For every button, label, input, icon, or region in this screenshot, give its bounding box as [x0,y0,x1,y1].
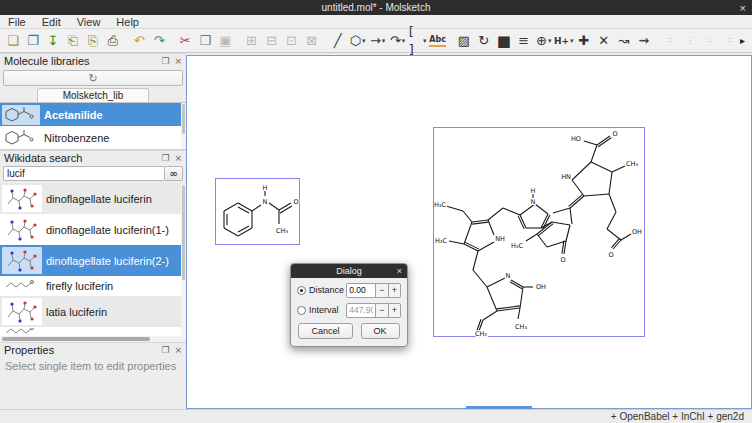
cancel-button[interactable]: Cancel [298,323,352,339]
wikidata-search-input[interactable] [3,166,165,181]
wikidata-result-label: dinoflagellate luciferin(2-) [46,255,169,267]
library-item[interactable]: Acetanilide [0,103,186,126]
interval-minus-button[interactable]: − [375,304,387,317]
line-width-icon[interactable]: ≡ [515,31,533,51]
dialog-close-icon[interactable]: × [397,266,402,276]
window-close-icon[interactable]: × [740,0,746,15]
wikidata-result-item[interactable]: firefly luciferin [0,276,186,296]
molecule-thumbnail [2,278,42,294]
svg-text:H₃C: H₃C [435,237,447,245]
menu-edit[interactable]: Edit [34,16,69,28]
arrow-tool-icon[interactable]: →▾ [369,31,387,51]
redo-icon[interactable]: ↷ [150,31,168,51]
drawing-canvas[interactable]: HNOCH₃HOOCH₃HNHNOHOH₃CNHH₃CH₃CONOHCH₃CH₂ [186,55,752,409]
ring-tool-icon[interactable]: ⬡▾ [349,31,367,51]
molecule-thumbnail [2,216,42,243]
float-panel-icon[interactable]: ❐ [161,345,169,355]
library-refresh-button[interactable]: ↻ [3,70,183,86]
toolbar-separator [235,33,241,49]
hatch-tool-icon[interactable]: ▨ [455,31,473,51]
svg-text:O: O [608,251,613,259]
interval-radio[interactable] [297,306,306,315]
svg-text:CH₂: CH₂ [475,330,487,338]
close-panel-icon[interactable]: × [174,56,182,66]
close-panel-icon[interactable]: × [174,345,182,355]
tab-molsketch-lib[interactable]: Molsketch_lib [37,88,149,102]
wikidata-result-label: dinoflagellate luciferin(1-) [46,224,169,236]
dropdown-caret-icon[interactable]: ▾ [382,37,386,45]
svg-text:HN: HN [561,173,571,181]
delete-tool-icon[interactable]: ✕ [595,31,613,51]
acetanilide-structure[interactable]: HNOCH₃ [215,178,300,245]
dropdown-caret-icon[interactable]: ▾ [362,37,366,45]
hydrogen-tool-icon[interactable]: H+▾ [555,31,573,51]
svg-text:CH₃: CH₃ [626,160,638,168]
export-document-icon[interactable]: ⎘ [84,31,102,51]
wikidata-result-item[interactable]: dinoflagellate luciferin(2-) [0,245,186,276]
color-swatch-icon[interactable]: ■ [495,31,513,51]
float-panel-icon[interactable]: ❐ [161,56,169,66]
dropdown-caret-icon[interactable]: ▾ [423,37,427,45]
properties-panel-header: Properties ❐ × [0,342,186,356]
wikidata-hscrollbar[interactable] [0,336,186,342]
text-tool-icon[interactable]: Abc [429,31,447,51]
distance-plus-button[interactable]: + [388,284,400,297]
binoculars-icon: ∞ [169,168,177,179]
wikidata-result-item[interactable]: dinoflagellate luciferin(1-) [0,214,186,245]
copy-icon[interactable]: ❒ [196,31,214,51]
close-panel-icon[interactable]: × [174,153,182,163]
save-file-icon[interactable]: ↧ [44,31,62,51]
library-item[interactable]: Nitrobenzene [0,126,186,149]
curved-arrow-tool-icon[interactable]: ↷▾ [389,31,407,51]
svg-text:CH₃: CH₃ [515,323,527,331]
paste-icon: ▣ [216,31,234,51]
mechanism-arrow-2-icon[interactable]: ⇝ [635,31,653,51]
mechanism-arrow-1-icon[interactable]: ↝ [615,31,633,51]
draw-tool-icon[interactable]: ╱ [329,31,347,51]
menu-file[interactable]: File [0,16,34,28]
interval-spinbox: − + [346,303,401,318]
add-tool-icon[interactable]: ✚ [575,31,593,51]
float-panel-icon[interactable]: ❐ [161,153,169,163]
ok-button[interactable]: OK [361,323,400,339]
rotate-tool-icon[interactable]: ↻ [475,31,493,51]
distance-minus-button[interactable]: − [375,284,387,297]
distance-radio[interactable] [297,286,306,295]
undo-icon[interactable]: ↶ [130,31,148,51]
menu-help[interactable]: Help [108,16,147,28]
libraries-panel-title: Molecule libraries [4,55,156,67]
wikidata-panel-title: Wikidata search [4,152,156,164]
zoom-out-icon: ⊟ [262,31,280,51]
menubar: File Edit View Help [0,15,752,29]
charge-tool-icon[interactable]: ⊕▾ [535,31,553,51]
distance-value[interactable] [347,284,375,297]
library-item-label: Nitrobenzene [44,132,109,144]
interval-label: Interval [309,305,346,315]
import-document-icon[interactable]: ⎗ [64,31,82,51]
wikidata-result-item[interactable]: dinoflagellate luciferin [0,183,186,214]
dropdown-caret-icon[interactable]: ▾ [548,37,552,45]
print-icon[interactable]: ⎙ [104,31,122,51]
new-document-icon[interactable]: ❏ [4,31,22,51]
menu-view[interactable]: View [69,16,109,28]
library-tabbar: Molsketch_lib [0,88,186,103]
statusbar: + OpenBabel + InChI + gen2d [0,409,752,423]
cut-icon[interactable]: ✂ [176,31,194,51]
toolbar-overflow-icon[interactable]: ▸ [740,35,749,46]
wikidata-result-item[interactable]: latia luciferin [0,296,186,327]
search-button[interactable]: ∞ [165,166,183,181]
distance-spinbox: − + [346,283,401,298]
bracket-tool-icon[interactable]: [ ]▾ [409,31,427,51]
svg-text:NH: NH [495,235,505,243]
dinoflagellate-luciferin-structure[interactable]: HOOCH₃HNHNOHOH₃CNHH₃CH₃CONOHCH₃CH₂ [433,127,645,337]
dropdown-caret-icon[interactable]: ▾ [570,37,574,45]
interval-value[interactable] [347,304,375,317]
properties-hint: Select single item to edit properties [0,356,186,376]
open-file-icon[interactable]: ❐ [24,31,42,51]
svg-text:HO: HO [571,135,581,143]
dropdown-caret-icon[interactable]: ▾ [402,37,406,45]
wikidata-result-item-partial[interactable] [0,327,186,336]
interval-plus-button[interactable]: + [388,304,400,317]
dialog: Dialog × Distance − + Interval − + Cance… [290,263,408,347]
zoom-fit-icon: ⊠ [302,31,320,51]
